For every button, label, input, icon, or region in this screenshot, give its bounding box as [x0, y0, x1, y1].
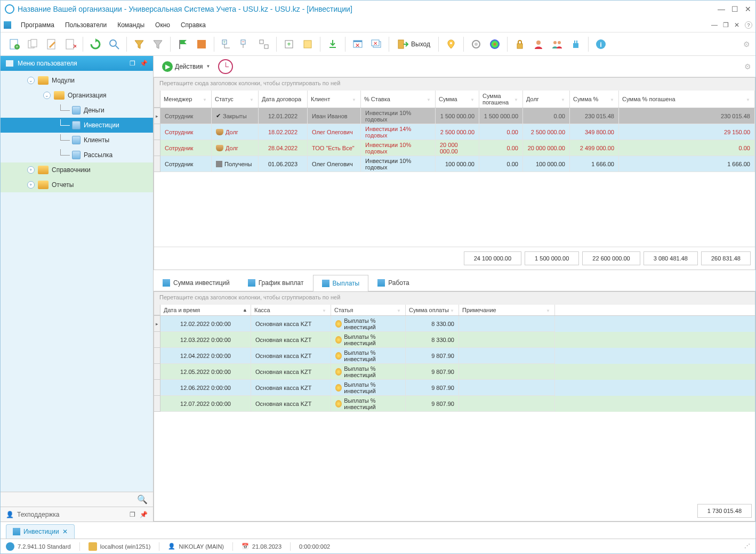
table-row[interactable]: ▸ Сотрудник ✔Закрыты 12.01.2022 Иван Ива… — [154, 108, 755, 124]
tree-reports[interactable]: + Отчеты — [1, 177, 153, 192]
col-amount[interactable]: Сумма — [436, 91, 479, 108]
mdi-minimize-button[interactable]: — — [711, 21, 718, 29]
filter-icon[interactable] — [131, 36, 148, 53]
menu-program[interactable]: Программа — [15, 19, 60, 31]
sidebar-pin-icon[interactable]: 📌 — [140, 60, 148, 67]
tree-organization[interactable]: ⌄ Организация — [1, 88, 153, 103]
tree-all-icon[interactable] — [255, 36, 272, 53]
actions-button[interactable]: ▶ Действия ▼ — [158, 59, 215, 74]
tree-mailing[interactable]: Рассылка — [1, 148, 153, 162]
table-row[interactable]: ▸ 12.02.2022 0:00:00 Основная касса KZT … — [154, 316, 755, 332]
group-hint[interactable]: Перетащите сюда заголовок колонки, чтобы… — [154, 78, 755, 91]
search-icon[interactable]: 🔍 — [137, 494, 148, 504]
col-manager[interactable]: Менеджер — [160, 91, 212, 108]
settings-icon[interactable] — [468, 36, 485, 53]
filter-icon[interactable] — [561, 96, 567, 102]
tab-0[interactable]: Сумма инвестиций — [154, 274, 239, 291]
menu-help[interactable]: Справка — [175, 19, 211, 31]
import-icon[interactable] — [324, 36, 341, 53]
color-icon[interactable] — [193, 36, 210, 53]
search-icon[interactable] — [106, 36, 123, 53]
filter-icon[interactable] — [322, 307, 328, 313]
filter-clear-icon[interactable] — [149, 36, 166, 53]
col-client[interactable]: Клиент — [308, 91, 361, 108]
filter-icon[interactable] — [352, 96, 358, 102]
edit-icon[interactable] — [43, 36, 60, 53]
filter-icon[interactable] — [514, 96, 520, 102]
col-cash[interactable]: Касса — [251, 305, 331, 315]
filter-icon[interactable] — [397, 307, 403, 313]
mdi-help-button[interactable]: ? — [745, 21, 752, 29]
tab-1[interactable]: График выплат — [239, 274, 313, 291]
filter-icon[interactable] — [450, 307, 456, 313]
new-doc-icon[interactable]: + — [6, 36, 23, 53]
tree-money[interactable]: Деньги — [1, 103, 153, 118]
filter-icon[interactable] — [242, 307, 248, 313]
col-rate[interactable]: % Ставка — [361, 91, 436, 108]
support-pin-icon[interactable]: 📌 — [140, 511, 148, 518]
col-status[interactable]: Статус — [212, 91, 259, 108]
tree-references[interactable]: + Справочники — [1, 162, 153, 177]
expand-icon[interactable]: + — [27, 166, 35, 174]
info-icon[interactable]: i — [592, 36, 609, 53]
copy-icon[interactable] — [25, 36, 42, 53]
minimize-button[interactable]: — — [718, 5, 725, 13]
maximize-button[interactable]: ☐ — [731, 5, 738, 13]
tab-2[interactable]: Выплаты — [313, 275, 369, 291]
filter-icon[interactable] — [427, 96, 433, 102]
mdi-restore-button[interactable]: ❐ — [723, 21, 729, 29]
table-row[interactable]: Сотрудник Долг 28.04.2022 ТОО "Есть Все"… — [154, 140, 755, 156]
table-row[interactable]: 12.06.2022 0:00:00 Основная касса KZT Вы… — [154, 380, 755, 396]
close-button[interactable]: ✕ — [745, 5, 751, 13]
tree-collapse-icon[interactable]: − — [237, 36, 254, 53]
table-row[interactable]: 12.04.2022 0:00:00 Основная касса KZT Вы… — [154, 348, 755, 364]
menu-window[interactable]: Окно — [150, 19, 175, 31]
col-datetime[interactable]: Дата и время▲ — [160, 305, 251, 315]
col-pct-paid[interactable]: Сумма % погашена — [619, 91, 755, 108]
col-pct[interactable]: Сумма % — [570, 91, 619, 108]
col-date[interactable]: Дата договора — [259, 91, 308, 108]
toolbar-options-icon[interactable]: ⚙ — [743, 40, 750, 48]
tab-3[interactable]: Работа — [368, 274, 419, 291]
table-row[interactable]: Сотрудник Долг 18.02.2022 Олег Олегович … — [154, 124, 755, 140]
col-article[interactable]: Статья — [331, 305, 406, 315]
exit-button[interactable]: Выход — [393, 36, 435, 52]
window-tab-investments[interactable]: Инвестиции ✕ — [6, 524, 75, 539]
col-paid[interactable]: Сумма погашена — [479, 91, 523, 108]
filter-icon[interactable] — [610, 96, 616, 102]
tree-investments[interactable]: Инвестиции — [1, 118, 153, 133]
expand-icon[interactable]: ⌄ — [43, 92, 51, 99]
filter-icon[interactable] — [470, 96, 477, 102]
tree-expand-icon[interactable]: + — [218, 36, 235, 53]
tab-close-icon[interactable]: ✕ — [62, 528, 68, 535]
user-icon[interactable] — [530, 36, 547, 53]
col-pay-amount[interactable]: Сумма оплаты — [406, 305, 459, 315]
expand-icon[interactable]: + — [27, 181, 35, 189]
filter-icon[interactable] — [746, 96, 752, 102]
filter-icon[interactable] — [250, 96, 256, 102]
table-row[interactable]: 12.05.2022 0:00:00 Основная касса KZT Вы… — [154, 364, 755, 380]
table-row[interactable]: 12.03.2022 0:00:00 Основная касса KZT Вы… — [154, 332, 755, 348]
table-row[interactable]: Сотрудник Получены 01.06.2023 Олег Олего… — [154, 156, 755, 172]
window-close-icon[interactable]: ✕ — [349, 36, 366, 53]
menu-users[interactable]: Пользователи — [60, 19, 112, 31]
sidebar-support[interactable]: 👤 Техподдержка ❐ 📌 — [1, 507, 153, 522]
clock-icon[interactable] — [218, 59, 233, 74]
filter-icon[interactable] — [299, 96, 305, 102]
plugin-icon[interactable] — [567, 36, 584, 53]
add-row-icon[interactable]: + — [280, 36, 297, 53]
note-icon[interactable] — [299, 36, 316, 53]
tree-clients[interactable]: Клиенты — [1, 133, 153, 148]
sidebar-restore-icon[interactable]: ❐ — [130, 60, 135, 67]
content-options-icon[interactable]: ⚙ — [744, 62, 751, 71]
filter-icon[interactable] — [203, 96, 209, 102]
expand-icon[interactable]: ⌄ — [27, 77, 35, 84]
col-note[interactable]: Примечание — [459, 305, 555, 315]
support-restore-icon[interactable]: ❐ — [130, 511, 135, 518]
lock-icon[interactable] — [511, 36, 528, 53]
col-debt[interactable]: Долг — [523, 91, 570, 108]
tree-modules[interactable]: ⌄ Модули — [1, 73, 153, 88]
users-icon[interactable] — [549, 36, 566, 53]
windows-close-all-icon[interactable]: ✕ — [368, 36, 385, 53]
delete-icon[interactable]: ✕ — [62, 36, 79, 53]
